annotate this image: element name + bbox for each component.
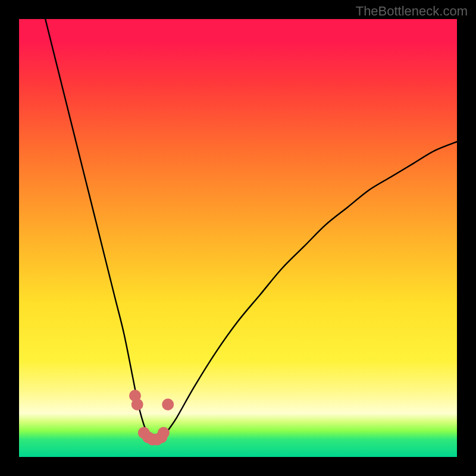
watermark-text: TheBottleneck.com bbox=[356, 4, 468, 19]
plot-area bbox=[19, 19, 457, 457]
curve-layer bbox=[19, 19, 457, 457]
bottleneck-curve-path bbox=[45, 19, 457, 442]
marker-dots-group bbox=[129, 390, 174, 446]
marker-dot bbox=[131, 399, 143, 411]
chart-frame: TheBottleneck.com bbox=[0, 0, 476, 476]
marker-dot bbox=[162, 399, 174, 411]
marker-dot bbox=[158, 427, 170, 439]
